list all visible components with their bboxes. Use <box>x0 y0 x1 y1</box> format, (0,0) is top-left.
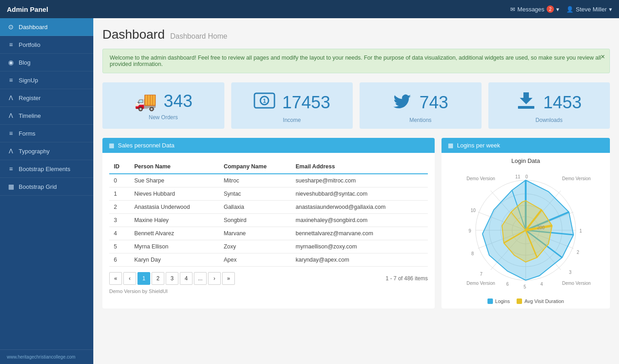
sales-panel-title: Sales personnel Data <box>118 142 174 149</box>
chart-title: Login Data <box>512 157 540 164</box>
table-row: 0 Sue Sharpe Mitroc suesharpe@mitroc.com <box>109 174 428 187</box>
page-next-button[interactable]: › <box>208 272 221 285</box>
alert-close-button[interactable]: × <box>601 53 605 61</box>
svg-text:5: 5 <box>523 284 526 289</box>
bootstrap-elements-icon: ≡ <box>7 165 15 172</box>
page-first-button[interactable]: « <box>109 272 122 285</box>
cell-name: Myrna Ellison <box>130 240 219 253</box>
chart-legend: Logins Avg Visit Duration <box>487 298 564 304</box>
sidebar-footer: www.heritagechristiancollege.com <box>0 349 93 364</box>
legend-logins: Logins <box>487 298 510 304</box>
demo-version-label: Demo Version by ShieldUI <box>109 288 428 294</box>
sidebar: ⊙ Dashboard ≡ Portfolio ◉ Blog ≡ SignUp … <box>0 18 93 364</box>
downloads-label: Downloads <box>536 117 563 123</box>
blog-icon: ◉ <box>7 59 15 66</box>
cell-company: Apex <box>219 253 291 267</box>
svg-text:9: 9 <box>468 228 471 233</box>
typography-icon: Λ <box>7 147 15 155</box>
legend-avg-visit: Avg Visit Duration <box>517 298 564 304</box>
cell-email: anastasiaunderwood@gallaxia.com <box>291 201 428 214</box>
orders-icon: 🚚 <box>134 91 157 112</box>
cell-id: 0 <box>109 174 130 187</box>
sidebar-item-bootstrap-elements[interactable]: ≡ Bootstrap Elements <box>0 160 93 178</box>
sales-panel: ▦ Sales personnel Data ID Person Name Co… <box>102 138 435 308</box>
page-last-button[interactable]: » <box>222 272 235 285</box>
avg-visit-legend-label: Avg Visit Duration <box>524 298 564 304</box>
table-header-row: ID Person Name Company Name Email Addres… <box>109 160 428 174</box>
svg-text:Demo Version: Demo Version <box>467 176 495 181</box>
logins-panel-header: ▦ Logins per week <box>441 138 610 153</box>
page-title: Dashboard <box>102 27 165 42</box>
layout: ⊙ Dashboard ≡ Portfolio ◉ Blog ≡ SignUp … <box>0 18 619 364</box>
cell-email: myrnaellison@zoxy.com <box>291 240 428 253</box>
sidebar-item-label: SignUp <box>19 77 38 84</box>
nav-right: ✉ Messages 2 ▾ 👤 Steve Miller ▾ <box>510 5 612 13</box>
cell-name: Anastasia Underwood <box>130 201 219 214</box>
sidebar-item-register[interactable]: Λ Register <box>0 89 93 107</box>
page-1-button[interactable]: 1 <box>137 272 150 285</box>
table-icon: ▦ <box>109 142 114 149</box>
col-email: Email Address <box>291 160 428 174</box>
svg-text:7: 7 <box>480 272 482 277</box>
sidebar-item-label: Portfolio <box>19 41 41 48</box>
page-header: Dashboard Dashboard Home <box>102 27 610 42</box>
page-prev-button[interactable]: ‹ <box>123 272 136 285</box>
sidebar-item-timeline[interactable]: Λ Timeline <box>0 107 93 125</box>
user-chevron-icon: ▾ <box>609 6 612 13</box>
cell-id: 3 <box>109 214 130 227</box>
top-navbar: Admin Panel ✉ Messages 2 ▾ 👤 Steve Mille… <box>0 0 619 18</box>
table-row: 1 Nieves Hubbard Syntac nieveshubbard@sy… <box>109 187 428 201</box>
mentions-value: 743 <box>420 93 448 112</box>
chart-icon: ▦ <box>448 142 453 149</box>
page-3-button[interactable]: 3 <box>166 272 178 285</box>
messages-chevron-icon: ▾ <box>556 6 559 13</box>
messages-button[interactable]: ✉ Messages 2 ▾ <box>510 5 559 13</box>
sidebar-item-forms[interactable]: ≡ Forms <box>0 125 93 142</box>
orders-value: 343 <box>164 91 193 111</box>
col-person-name: Person Name <box>130 160 219 174</box>
timeline-icon: Λ <box>7 112 15 119</box>
downloads-icon <box>516 91 536 115</box>
svg-text:0: 0 <box>525 174 528 179</box>
user-menu-button[interactable]: 👤 Steve Miller ▾ <box>566 6 612 13</box>
cell-id: 6 <box>109 253 130 267</box>
messages-badge: 2 <box>547 5 554 13</box>
cell-company: Syntac <box>219 187 291 201</box>
page-2-button[interactable]: 2 <box>152 272 164 285</box>
bottom-row: ▦ Sales personnel Data ID Person Name Co… <box>102 138 610 308</box>
cell-company: Marvane <box>219 227 291 240</box>
stat-card-mentions: 743 Mentions <box>360 82 482 129</box>
cell-email: karynday@apex.com <box>291 253 428 267</box>
sidebar-item-portfolio[interactable]: ≡ Portfolio <box>0 36 93 54</box>
sidebar-item-label: Timeline <box>19 112 41 119</box>
dashboard-icon: ⊙ <box>7 23 15 30</box>
cell-name: Karyn Day <box>130 253 219 267</box>
main-content: Dashboard Dashboard Home Welcome to the … <box>93 18 619 364</box>
sidebar-item-bootstrap-grid[interactable]: ▦ Bootstrap Grid <box>0 178 93 196</box>
logins-legend-label: Logins <box>495 298 510 304</box>
sidebar-item-signup[interactable]: ≡ SignUp <box>0 71 93 89</box>
cell-email: suesharpe@mitroc.com <box>291 174 428 187</box>
table-row: 3 Maxine Haley Songbird maxinehaley@song… <box>109 214 428 227</box>
svg-text:10: 10 <box>471 208 476 213</box>
bootstrap-grid-icon: ▦ <box>7 183 15 190</box>
sidebar-item-typography[interactable]: Λ Typography <box>0 142 93 160</box>
cell-company: Zoxy <box>219 240 291 253</box>
sidebar-item-label: Bootstrap Elements <box>19 166 70 172</box>
svg-text:1: 1 <box>263 97 266 104</box>
stats-row: 🚚 343 New Orders 1 17453 <box>102 82 610 129</box>
cell-name: Nieves Hubbard <box>130 187 219 201</box>
income-icon: 1 <box>254 91 275 115</box>
page-ellipsis: ... <box>194 272 207 285</box>
sidebar-item-label: Typography <box>19 148 50 155</box>
sidebar-item-blog[interactable]: ◉ Blog <box>0 54 93 71</box>
sidebar-item-dashboard[interactable]: ⊙ Dashboard <box>0 18 93 36</box>
page-4-button[interactable]: 4 <box>180 272 193 285</box>
page-subtitle: Dashboard Home <box>170 32 227 40</box>
stat-card-orders: 🚚 343 New Orders <box>102 82 224 129</box>
table-row: 5 Myrna Ellison Zoxy myrnaellison@zoxy.c… <box>109 240 428 253</box>
svg-text:Demo Version: Demo Version <box>562 176 591 181</box>
svg-text:Demo Version: Demo Version <box>467 281 495 286</box>
cell-company: Songbird <box>219 214 291 227</box>
income-label: Income <box>283 117 301 123</box>
